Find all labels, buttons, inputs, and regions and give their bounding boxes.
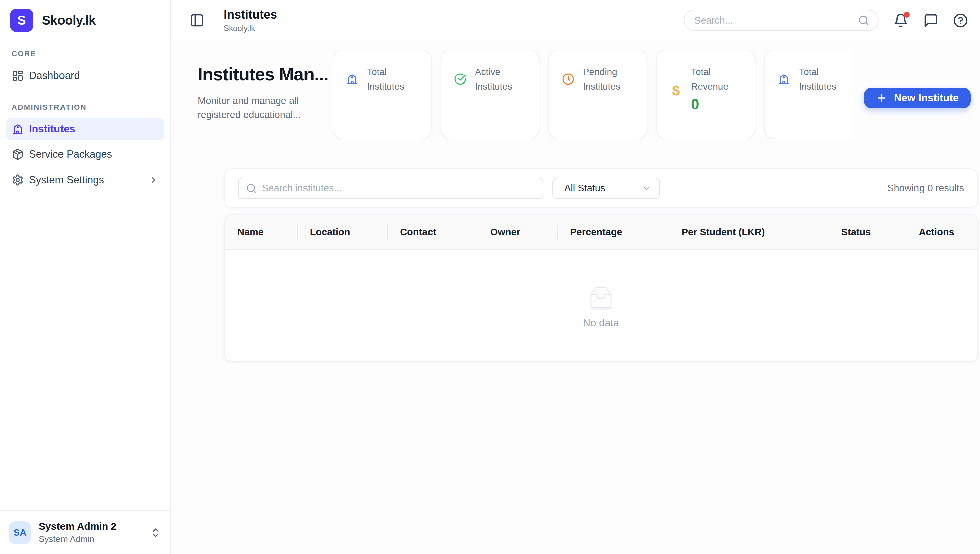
status-filter-value: All Status [564,183,641,194]
institute-search [238,178,544,199]
institutes-table: Name Location Contact Owner Percentage P… [224,214,978,362]
stat-label: Total Institutes [799,65,854,94]
sidebar-item-label: Dashboard [29,70,80,81]
avatar: SA [9,521,32,544]
empty-inbox-icon [584,283,618,311]
stat-value: 0 [691,94,746,115]
section-title: Institutes Man... [197,64,332,84]
sidebar-item-label: System Settings [29,174,104,186]
stat-label: Active Institutes [475,65,530,94]
sidebar-item-institutes[interactable]: Institutes [6,118,164,140]
user-menu[interactable]: SA System Admin 2 System Admin [0,510,170,554]
search-icon [246,183,257,194]
section-subtitle: Monitor and manage all registered educat… [197,94,338,122]
global-search-input[interactable] [694,15,858,26]
sidebar: S Skooly.lk CORE Dashboard ADMINISTRATIO… [0,0,171,554]
clock-icon [562,73,574,86]
sidebar-toggle-icon[interactable] [189,13,204,28]
school-icon [12,123,24,135]
breadcrumb: Skooly.lk [224,24,277,33]
sidebar-item-label: Service Packages [29,148,112,161]
stat-card-pending-institutes: Pending Institutes [549,50,648,139]
nav-section-core: CORE [6,49,164,58]
chevron-down-icon [641,183,651,193]
stat-card-total-revenue: $ Total Revenue 0 [657,50,756,139]
column-header-status: Status [829,215,906,250]
divider [213,11,214,30]
new-institute-button[interactable]: New Institute [864,88,970,108]
gear-icon [12,174,24,186]
topbar: Institutes Skooly.lk [171,0,980,41]
column-header-name: Name [224,215,297,250]
empty-state: No data [583,283,619,329]
stat-label: Pending Institutes [583,65,638,94]
brand-name: Skooly.lk [42,13,95,28]
dashboard-icon [12,70,24,81]
notification-badge [904,12,910,18]
stat-card-total-institutes: Total Institutes [332,50,431,139]
column-header-per-student: Per Student (LKR) [669,215,829,250]
stat-label: Total Revenue [691,65,746,94]
filter-bar: All Status Showing 0 results [224,168,978,208]
nav-section-administration: ADMINISTRATION [6,103,164,111]
search-icon [858,15,869,26]
stat-cards-strip: Total Institutes Activ [332,50,854,139]
column-header-owner: Owner [477,215,557,250]
column-header-percentage: Percentage [557,215,668,250]
main-area: Institutes Skooly.lk [171,0,980,554]
page-title: Institutes [224,8,277,22]
column-header-location: Location [297,215,388,250]
message-icon[interactable] [923,13,938,28]
status-filter-select[interactable]: All Status [552,178,660,199]
sidebar-item-system-settings[interactable]: System Settings [6,169,164,191]
column-header-contact: Contact [387,215,477,250]
help-icon[interactable] [953,13,968,28]
dollar-icon: $ [670,83,682,96]
sidebar-item-service-packages[interactable]: Service Packages [6,143,164,166]
school-icon [778,73,790,86]
chevrons-up-down-icon [150,527,161,538]
stat-label: Total Institutes [367,65,422,94]
empty-state-text: No data [583,317,619,329]
table-body: No data [224,250,977,361]
school-icon [346,73,358,86]
sidebar-nav: CORE Dashboard ADMINISTRATION Instit [0,41,170,510]
brand-logo: S [10,9,33,32]
column-header-actions: Actions [906,215,977,250]
user-name: System Admin 2 [39,521,143,532]
institute-search-input[interactable] [262,183,535,194]
sidebar-item-dashboard[interactable]: Dashboard [6,64,164,87]
sidebar-item-label: Institutes [29,123,75,135]
plus-icon [876,92,888,103]
global-search [684,10,879,31]
results-count: Showing 0 results [888,183,964,194]
hero-row: Institutes Man... Monitor and manage all… [197,50,980,139]
brand: S Skooly.lk [0,0,170,41]
stat-card-total-institutes-2: Total Institutes [764,50,854,139]
table-header-row: Name Location Contact Owner Percentage P… [224,215,977,250]
user-role: System Admin [39,534,143,544]
bell-icon[interactable] [893,13,908,28]
stat-card-active-institutes: Active Institutes [441,50,539,139]
package-icon [12,148,24,161]
circle-check-icon [454,73,466,86]
content: Institutes Man... Monitor and manage all… [171,41,980,554]
chevron-right-icon [148,175,158,185]
